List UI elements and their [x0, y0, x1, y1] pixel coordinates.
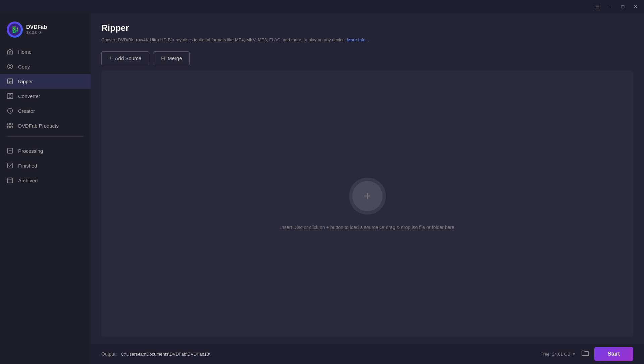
sidebar-item-archived[interactable]: Archived [0, 173, 91, 188]
footer-bar: Output: C:\Users\fab\Documents\DVDFab\DV… [91, 344, 644, 364]
menu-icon: ☰ [595, 4, 600, 9]
minimize-button[interactable]: ─ [605, 3, 615, 11]
dropdown-arrow-icon[interactable]: ▼ [572, 352, 576, 357]
drop-hint: Insert Disc or click on + button to load… [280, 225, 454, 230]
maximize-button[interactable]: □ [618, 3, 628, 11]
ripper-icon [7, 78, 13, 85]
copy-icon [7, 63, 13, 70]
titlebar: ☰ ─ □ ✕ [0, 0, 644, 13]
sidebar-item-creator-label: Creator [18, 108, 35, 114]
add-circle-button[interactable]: + [349, 178, 386, 215]
logo-icon: 🐉 [9, 24, 21, 36]
logo-section: 🐉 DVDFab 13.0.0.0 [0, 19, 91, 44]
app-version: 13.0.0.0 [26, 30, 47, 35]
footer-right: Free: 24.61 GB ▼ Start [541, 347, 633, 361]
page-description-text: Convert DVD/Blu-ray/4K Ultra HD Blu-ray … [101, 37, 346, 42]
app-name: DVDFab [26, 24, 47, 30]
add-source-button[interactable]: + Add Source [101, 51, 149, 65]
toolbar: + Add Source ⊞ Merge [101, 51, 633, 65]
merge-icon: ⊞ [161, 55, 165, 61]
main-content: Ripper Convert DVD/Blu-ray/4K Ultra HD B… [91, 13, 644, 364]
nav-divider [7, 136, 84, 137]
plus-icon: + [109, 55, 112, 61]
sidebar-item-ripper[interactable]: Ripper [0, 74, 91, 89]
folder-button[interactable] [582, 350, 589, 358]
page-title: Ripper [101, 23, 633, 33]
nav-section: Home Copy [0, 44, 91, 133]
app-body: 🐉 DVDFab 13.0.0.0 Home [0, 13, 644, 364]
creator-icon [7, 107, 13, 114]
sidebar-item-archived-label: Archived [18, 178, 38, 183]
sidebar-item-ripper-label: Ripper [18, 79, 33, 84]
sidebar-item-home[interactable]: Home [0, 44, 91, 59]
logo-text: DVDFab 13.0.0.0 [26, 24, 47, 35]
free-space-text: Free: 24.61 GB [541, 352, 571, 357]
output-label: Output: [101, 351, 117, 357]
svg-rect-8 [11, 123, 13, 125]
sidebar-item-copy[interactable]: Copy [0, 59, 91, 74]
sidebar-item-dvdfab-products[interactable]: DVDFab Products [0, 118, 91, 133]
sidebar-item-processing[interactable]: Processing [0, 143, 91, 158]
sidebar-item-processing-label: Processing [18, 148, 43, 154]
add-circle-inner: + [352, 181, 383, 211]
start-button[interactable]: Start [594, 347, 633, 361]
close-icon: ✕ [634, 4, 638, 9]
svg-point-3 [9, 65, 11, 68]
minimize-icon: ─ [608, 4, 612, 9]
maximize-icon: □ [622, 4, 624, 9]
svg-text:🐉: 🐉 [11, 26, 19, 34]
app-logo: 🐉 [7, 21, 23, 38]
sidebar-item-home-label: Home [18, 49, 32, 55]
home-icon [7, 48, 13, 55]
sidebar-item-creator[interactable]: Creator [0, 103, 91, 118]
sidebar-item-converter[interactable]: Converter [0, 89, 91, 103]
finished-icon [7, 162, 13, 169]
output-path: C:\Users\fab\Documents\DVDFab\DVDFab13\ [121, 352, 210, 357]
sidebar-item-converter-label: Converter [18, 93, 40, 99]
svg-point-2 [8, 64, 13, 69]
products-icon [7, 122, 13, 129]
footer-left: Output: C:\Users\fab\Documents\DVDFab\DV… [101, 351, 210, 357]
svg-rect-9 [8, 126, 10, 128]
page-description: Convert DVD/Blu-ray/4K Ultra HD Blu-ray … [101, 37, 633, 43]
sidebar-item-finished[interactable]: Finished [0, 158, 91, 173]
converter-icon [7, 93, 13, 99]
merge-button[interactable]: ⊞ Merge [153, 51, 190, 65]
merge-label: Merge [168, 55, 182, 61]
sidebar: 🐉 DVDFab 13.0.0.0 Home [0, 13, 91, 364]
sidebar-item-copy-label: Copy [18, 64, 30, 70]
processing-icon [7, 147, 13, 154]
sidebar-item-finished-label: Finished [18, 163, 37, 169]
sidebar-item-dvdfab-products-label: DVDFab Products [18, 123, 59, 129]
archived-icon [7, 177, 13, 184]
svg-rect-10 [11, 126, 13, 128]
folder-icon [582, 350, 589, 358]
drop-zone[interactable]: + Insert Disc or click on + button to lo… [101, 71, 633, 337]
more-info-link[interactable]: More Info... [347, 37, 369, 42]
menu-button[interactable]: ☰ [592, 3, 602, 11]
svg-rect-7 [8, 123, 10, 125]
add-source-label: Add Source [115, 55, 141, 61]
content-area: Ripper Convert DVD/Blu-ray/4K Ultra HD B… [91, 13, 644, 344]
nav-section-bottom: Processing Finished [0, 143, 91, 188]
close-button[interactable]: ✕ [631, 3, 641, 11]
svg-rect-13 [8, 178, 13, 183]
free-space: Free: 24.61 GB ▼ [541, 352, 576, 357]
large-plus-icon: + [364, 190, 371, 202]
